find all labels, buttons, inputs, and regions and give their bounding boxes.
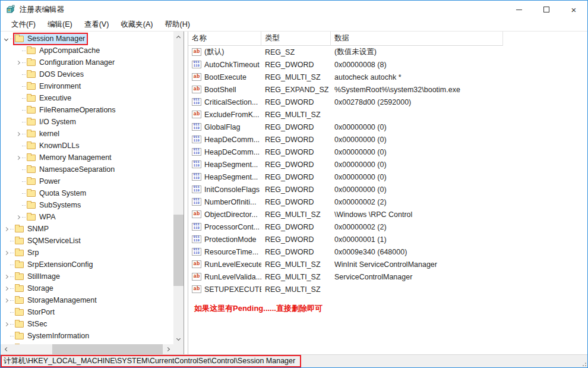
expand-chevron-icon[interactable]	[2, 223, 10, 235]
resize-grip-icon[interactable]	[580, 360, 586, 366]
scroll-up-icon[interactable]	[173, 32, 184, 42]
tree-item[interactable]: Executive	[1, 92, 173, 104]
dword-value-icon: 011110	[192, 248, 201, 256]
column-header-type[interactable]: 类型	[261, 32, 331, 46]
value-name: BootShell	[204, 86, 236, 94]
window-title: 注册表编辑器	[20, 5, 64, 15]
value-name: SETUPEXECUTE	[204, 285, 261, 294]
expand-chevron-icon[interactable]	[14, 140, 22, 152]
tree-item[interactable]: Configuration Manager	[1, 56, 173, 68]
expand-chevron-icon[interactable]	[2, 330, 10, 342]
column-header-data[interactable]: 数据	[331, 32, 503, 46]
tree-item[interactable]: Srp	[1, 247, 173, 259]
tree-item[interactable]: WPA	[1, 211, 173, 223]
value-name: RunLevelExecute	[204, 260, 261, 269]
expand-chevron-icon[interactable]	[14, 187, 22, 199]
registry-value-row[interactable]: 011110 HeapSegment... REG_DWORD 0x000000…	[188, 171, 587, 183]
registry-value-row[interactable]: 011110 ProcessorCont... REG_DWORD 0x0000…	[188, 221, 587, 233]
expand-chevron-icon[interactable]	[2, 33, 10, 45]
expand-chevron-icon[interactable]	[2, 235, 10, 247]
tree-item[interactable]: SNMP	[1, 223, 173, 235]
expand-chevron-icon[interactable]	[14, 152, 22, 163]
tree-item[interactable]: SrpExtensionConfig	[1, 259, 173, 271]
close-button[interactable]: ×	[560, 1, 587, 18]
menu-item-1[interactable]: 编辑(E)	[42, 18, 78, 31]
expand-chevron-icon[interactable]	[14, 116, 22, 128]
registry-value-row[interactable]: 011110 NumberOfIniti... REG_DWORD 0x0000…	[188, 196, 587, 208]
expand-chevron-icon[interactable]	[14, 163, 22, 175]
registry-value-row[interactable]: ab SETUPEXECUTE REG_MULTI_SZ	[188, 283, 587, 295]
menu-item-0[interactable]: 文件(F)	[5, 18, 42, 31]
expand-chevron-icon[interactable]	[14, 68, 22, 80]
tree-item[interactable]: KnownDLLs	[1, 140, 173, 152]
expand-chevron-icon[interactable]	[2, 271, 10, 282]
registry-value-row[interactable]: 011110 AutoChkTimeout REG_DWORD 0x000000…	[188, 58, 587, 71]
registry-value-row[interactable]: ab ObjectDirector... REG_MULTI_SZ \Windo…	[188, 208, 587, 221]
tree-vertical-scrollbar[interactable]	[173, 32, 184, 344]
registry-value-row[interactable]: ab BootExecute REG_MULTI_SZ autocheck au…	[188, 71, 587, 83]
expand-chevron-icon[interactable]	[14, 211, 22, 223]
expand-chevron-icon[interactable]	[2, 294, 10, 306]
registry-value-row[interactable]: ab (默认) REG_SZ (数值未设置)	[188, 46, 587, 58]
expand-chevron-icon[interactable]	[14, 175, 22, 187]
registry-value-row[interactable]: 011110 HeapDeComm... REG_DWORD 0x0000000…	[188, 133, 587, 146]
value-data: 0x00000002 (2)	[331, 198, 587, 206]
tree-item[interactable]: SystemInformation	[1, 330, 173, 342]
tree-item[interactable]: StillImage	[1, 271, 173, 282]
tree-item[interactable]: FileRenameOperations	[1, 104, 173, 116]
registry-value-row[interactable]: 011110 HeapDeComm... REG_DWORD 0x0000000…	[188, 146, 587, 158]
registry-value-row[interactable]: 011110 ProtectionMode REG_DWORD 0x000000…	[188, 233, 587, 246]
tree-item[interactable]: Power	[1, 175, 173, 187]
expand-chevron-icon[interactable]	[14, 104, 22, 116]
expand-chevron-icon[interactable]	[14, 92, 22, 104]
value-type: REG_DWORD	[261, 61, 331, 69]
maximize-button[interactable]	[533, 1, 560, 18]
expand-chevron-icon[interactable]	[2, 259, 10, 271]
expand-chevron-icon[interactable]	[14, 80, 22, 92]
tree-item[interactable]: StorPort	[1, 306, 173, 318]
expand-chevron-icon[interactable]	[2, 282, 10, 294]
tree-item[interactable]: SubSystems	[1, 199, 173, 211]
horizontal-scroll-thumb[interactable]	[52, 344, 163, 354]
registry-value-row[interactable]: 011110 GlobalFlag REG_DWORD 0x00000000 (…	[188, 121, 587, 133]
expand-chevron-icon[interactable]	[14, 56, 22, 68]
tree-item[interactable]: Quota System	[1, 187, 173, 199]
tree-item[interactable]: DOS Devices	[1, 68, 173, 80]
registry-value-row[interactable]: 011110 ResourceTime... REG_DWORD 0x0009e…	[188, 246, 587, 258]
tree-item[interactable]: StSec	[1, 318, 173, 330]
minimize-button[interactable]	[505, 1, 533, 18]
tree-item[interactable]: Storage	[1, 282, 173, 294]
tree-item[interactable]: SQMServiceList	[1, 235, 173, 247]
registry-value-row[interactable]: 011110 HeapSegment... REG_DWORD 0x000000…	[188, 158, 587, 171]
registry-value-row[interactable]: ab BootShell REG_EXPAND_SZ %SystemRoot%\…	[188, 83, 587, 96]
registry-value-row[interactable]: ab RunLevelValida... REG_MULTI_SZ Servic…	[188, 271, 587, 283]
registry-value-row[interactable]: ab RunLevelExecute REG_MULTI_SZ WinInit …	[188, 258, 587, 271]
registry-value-row[interactable]: 011110 CriticalSection... REG_DWORD 0x00…	[188, 96, 587, 108]
tree-item[interactable]: StorageManagement	[1, 294, 173, 306]
scroll-left-icon[interactable]	[1, 344, 11, 354]
expand-chevron-icon[interactable]	[2, 318, 10, 330]
expand-chevron-icon[interactable]	[14, 128, 22, 140]
tree-item[interactable]: AppCompatCache	[1, 45, 173, 56]
tree-item[interactable]: Environment	[1, 80, 173, 92]
tree-item[interactable]: Memory Management	[1, 152, 173, 163]
scroll-down-icon[interactable]	[173, 334, 184, 344]
expand-chevron-icon[interactable]	[2, 247, 10, 259]
column-header-name[interactable]: 名称	[188, 32, 261, 46]
tree-item[interactable]: kernel	[1, 128, 173, 140]
expand-chevron-icon[interactable]	[2, 306, 10, 318]
tree-item[interactable]: I/O System	[1, 116, 173, 128]
expand-chevron-icon[interactable]	[14, 199, 22, 211]
scroll-right-icon[interactable]	[163, 344, 173, 354]
menu-item-3[interactable]: 收藏夹(A)	[115, 18, 159, 31]
tree-horizontal-scrollbar[interactable]	[1, 344, 173, 354]
registry-value-row[interactable]: ab ExcludeFromK... REG_MULTI_SZ	[188, 108, 587, 121]
registry-value-row[interactable]: 011110 InitConsoleFlags REG_DWORD 0x0000…	[188, 183, 587, 196]
menu-item-4[interactable]: 帮助(H)	[159, 18, 195, 31]
tree-item[interactable]: Session Manager	[1, 33, 173, 45]
tree-dotted-line	[22, 205, 26, 206]
menu-item-2[interactable]: 查看(V)	[78, 18, 115, 31]
tree-item[interactable]: NamespaceSeparation	[1, 163, 173, 175]
expand-chevron-icon[interactable]	[14, 45, 22, 56]
vertical-scroll-thumb[interactable]	[173, 215, 184, 286]
